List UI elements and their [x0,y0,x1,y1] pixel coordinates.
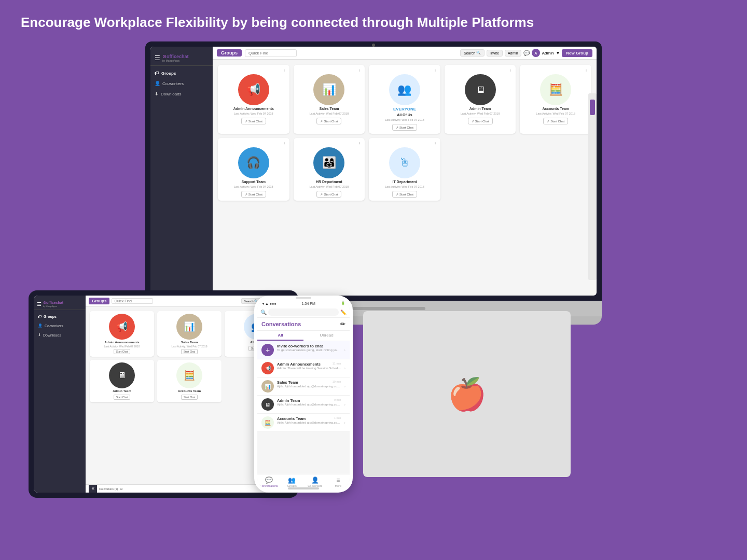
group-name-it: IT Department [392,180,417,184]
card-menu-accounts[interactable]: ⋮ [523,68,588,73]
phone-conv-sales[interactable]: 📊 Sales Team 10 min Ajith: Ajith has add… [257,377,350,396]
phone-tabs: All Unread [257,331,350,341]
card-menu-allofus[interactable]: ⋮ [372,68,437,73]
start-chat-hr[interactable]: ↗ Start Chat [316,191,341,198]
tablet-sidebar-groups[interactable]: 🏷 Groups [34,312,86,321]
phone-conv-accounts[interactable]: 🧮 Accounts Team 1 min Ajith: Ajith has a… [257,414,350,432]
new-group-button[interactable]: New Group [562,49,592,57]
search-icon: 🔍 [476,51,481,55]
tablet-downloads-label: Downloads [43,333,61,337]
quickfind-input[interactable] [245,49,297,57]
group-name-admin-announcements: Admin Announcements [233,107,274,110]
tablet-sidebar-coworkers[interactable]: 👤 Co-workers [34,321,86,330]
groups-nav-label: Groups [161,71,176,76]
phone-nav-more[interactable]: ≡ More [327,477,350,487]
chat-start-icon-hr: ↗ [320,192,323,196]
group-card-sales[interactable]: ⋮ 📊 Sales Team Last Activity: Wed Feb 07… [294,65,365,134]
monitor-scrollbar[interactable] [588,93,597,280]
group-card-admin-announcements[interactable]: ⋮ 📢 Admin Announcements Last Activity: W… [218,65,289,134]
phone-conv-sales-msg: Ajith: Ajith has added ajp@domainspring.… [277,385,341,388]
officechat-logo: ⊙officechat by MangoApps [162,54,189,62]
phone-search-input[interactable] [268,309,339,316]
phone-conv-admin-msg: Admin: There will be training Session Sc… [277,367,341,370]
phone-tab-unread[interactable]: Unread [303,331,350,341]
phone-tab-all[interactable]: All [257,331,303,341]
phone-conv-adminteam[interactable]: 🖥 Admin Team 9 min Ajith: Ajith has adde… [257,396,350,414]
tablet-start-chat-adminteam[interactable]: Start Chat [114,395,131,400]
start-chat-allofus[interactable]: ↗ Start Chat [392,124,417,131]
group-card-adminteam[interactable]: ⋮ 🖥 Admin Team Last Activity: Wed Feb 07… [445,65,516,134]
tablet-coworkers-tab-label[interactable]: Co-workers (1) [99,487,118,491]
tablet-group-card-adminteam[interactable]: 🖥 Admin Team Start Chat [90,360,154,402]
phone-conv-accounts-header: Accounts Team 1 min [277,416,341,421]
phone-nav-coworkers[interactable]: 👤 Co-workers [303,477,327,487]
phone-add-icon: + [261,344,274,356]
groups-tab[interactable]: Groups [217,49,242,57]
group-icon-allofus: 👥 [389,74,420,105]
tablet-start-chat-admin[interactable]: Start Chat [114,349,131,354]
group-card-hr[interactable]: ⋮ 👨‍👩‍👧 HR Department Last Activity: Wed… [294,138,365,201]
tablet-quickfind-input[interactable] [112,298,153,304]
group-card-support[interactable]: ⋮ 🎧 Support Team Last Activity: Wed Feb … [218,138,289,201]
start-chat-admin[interactable]: ↗ Start Chat [241,118,266,124]
desktop-topbar: Groups Search 🔍 Invite Admin 💬 [213,47,597,60]
admin-avatar: A [532,49,540,57]
sidebar-item-coworkers[interactable]: 👤 Co-workers [150,78,213,89]
group-date-allofus: Last Activity: Wed Feb 07 2018 [385,118,424,121]
phone-new-chat-icon[interactable]: ✏ [340,320,345,328]
phone-edit-icon[interactable]: ✏️ [340,310,347,315]
hamburger-icon[interactable]: ☰ [155,54,160,62]
tablet-group-card-accounts[interactable]: 🧮 Accounts Team Start Chat [157,360,222,402]
tablet-groups-tab[interactable]: Groups [89,298,109,304]
tablet-group-icon-admin: 📢 [109,314,135,340]
start-chat-it[interactable]: ↗ Start Chat [392,191,417,198]
card-menu-adminteam[interactable]: ⋮ [448,68,513,73]
chevron-down-icon[interactable]: ▼ [556,51,560,55]
search-button[interactable]: Search 🔍 [460,49,485,57]
phone-conv-invite[interactable]: + Invite co-workers to chat To get conve… [257,341,350,359]
card-menu-it[interactable]: ⋮ [372,141,437,146]
start-chat-support[interactable]: ↗ Start Chat [241,191,266,198]
group-card-accounts[interactable]: ⋮ 🧮 Accounts Team Last Activity: Wed Feb… [520,65,591,134]
card-menu-admin[interactable]: ⋮ [221,68,286,73]
group-card-it[interactable]: ⋮ 🖱 IT Department Last Activity: Wed Feb… [369,138,440,201]
group-name-sales: Sales Team [319,107,339,110]
tablet-close-icon[interactable]: ✕ [89,485,97,493]
sidebar-item-downloads[interactable]: ⬇ Downloads [150,89,213,99]
phone-conv-admin-announce[interactable]: 📢 Admin Announcements 11 min Admin: Ther… [257,359,350,377]
phone-conv-adminteam-avatar: 🖥 [261,398,274,411]
tablet-hamburger-icon[interactable]: ☰ [37,301,42,307]
card-menu-support[interactable]: ⋮ [221,141,286,146]
phone-nav-conversations[interactable]: 💬 Conversations [257,477,281,487]
card-menu-hr[interactable]: ⋮ [297,141,362,146]
tablet-alt-tab-label[interactable]: Al [120,487,122,491]
phone-home-indicator[interactable] [288,487,319,489]
start-chat-sales[interactable]: ↗ Start Chat [316,118,341,124]
phone-nav-groups[interactable]: 👥 Groups [281,477,304,487]
admin-badge[interactable]: Admin [505,50,521,57]
tablet-groups-icon: 🏷 [38,315,42,318]
tablet-group-card-sales[interactable]: 📊 Sales Team Last Activity: Wed Feb 07 2… [157,311,222,357]
group-icon-hr: 👨‍👩‍👧 [313,147,344,178]
phone-conv-invite-title: Invite co-workers to chat [277,344,341,348]
card-menu-sales[interactable]: ⋮ [297,68,362,73]
group-date-support: Last Activity: Wed Feb 07 2018 [234,185,273,188]
tablet-group-card-admin[interactable]: 📢 Admin Announcements Last Activity: Wed… [90,311,154,357]
phone-search-bar: 🔍 ✏️ [257,307,350,318]
start-chat-adminteam[interactable]: ↗ Start Chat [468,118,493,124]
coworkers-nav-label: Co-workers [162,81,184,86]
group-card-allofus[interactable]: ⋮ 👥 EVERYONE All Of Us Last Activity: We… [369,65,440,134]
tablet-sidebar-downloads[interactable]: ⬇ Downloads [34,330,86,340]
sidebar-item-groups[interactable]: 🏷 Groups [150,68,213,78]
phone-search-icon: 🔍 [260,310,267,315]
topbar-right: Search 🔍 Invite Admin 💬 A Admin ▼ New [460,49,592,57]
tablet-start-chat-sales[interactable]: Start Chat [181,349,198,354]
monitor-screen: ☰ ⊙officechat by MangoApps 🏷 Groups [145,41,602,301]
start-chat-accounts[interactable]: ↗ Start Chat [543,118,568,124]
chat-icon[interactable]: 💬 [523,50,530,56]
invite-button[interactable]: Invite [487,50,503,57]
phone-conv-sales-content: Sales Team 10 min Ajith: Ajith has added… [277,380,341,388]
chat-start-icon-sales: ↗ [320,119,323,123]
tablet-group-name-admin: Admin Announcements [104,341,139,344]
tablet-start-chat-accounts[interactable]: Start Chat [181,395,198,400]
